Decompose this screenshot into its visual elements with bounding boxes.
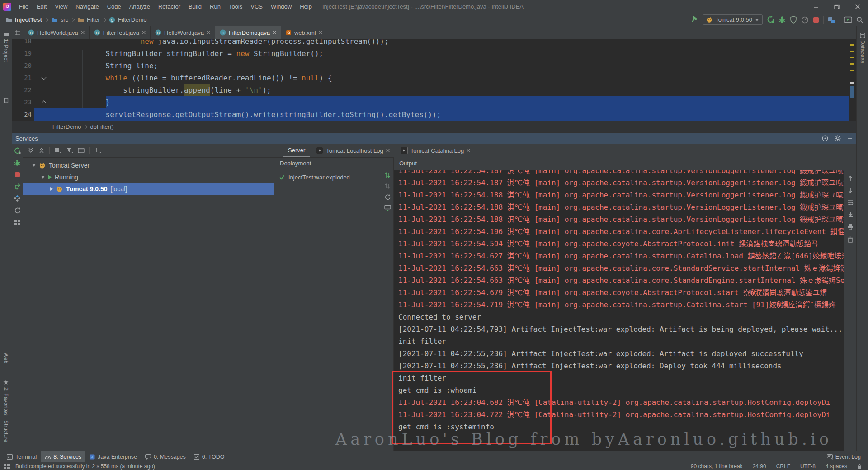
close-button[interactable] <box>847 0 868 13</box>
deploy-swap-icon[interactable] <box>384 172 391 179</box>
toolbar-button-event-log[interactable]: Event Log <box>827 454 865 460</box>
profiler-icon[interactable] <box>801 16 809 24</box>
redeploy-refresh-icon[interactable] <box>384 194 391 200</box>
run-configuration-select[interactable]: Tomcat 9.0.50 <box>703 14 763 25</box>
tab-helloword-java[interactable]: C HelloWord.java <box>151 26 215 39</box>
tab-tomcat-catalina-log[interactable]: Tomcat Catalina Log <box>396 144 475 157</box>
coverage-shield-icon[interactable] <box>790 16 797 24</box>
add-service-icon[interactable] <box>94 147 101 154</box>
menu-refactor[interactable]: Refactor <box>154 0 184 13</box>
scroll-to-end-icon[interactable] <box>848 212 854 217</box>
debug-bug-icon[interactable] <box>778 16 786 24</box>
close-icon[interactable] <box>319 31 322 34</box>
close-icon[interactable] <box>467 149 470 152</box>
toolbar-button-todo[interactable]: 6: TODO <box>190 451 229 462</box>
breadcrumb-project[interactable]: InjectTest <box>15 16 42 23</box>
close-icon[interactable] <box>142 31 146 34</box>
tab-tomcat-localhost-log[interactable]: Tomcat Localhost Log <box>311 144 394 157</box>
debug-bug-icon[interactable] <box>14 160 20 166</box>
search-everywhere-icon[interactable] <box>856 16 863 24</box>
menu-analyze[interactable]: Analyze <box>125 0 154 13</box>
project-structure-icon[interactable] <box>828 16 835 24</box>
gear-icon[interactable] <box>835 135 841 141</box>
sidebar-item-favorites[interactable]: 2: Favorites <box>0 380 12 416</box>
clear-trash-icon[interactable] <box>848 236 853 243</box>
breadcrumb-filter[interactable]: Filter <box>87 16 100 23</box>
collapse-all-icon[interactable] <box>38 147 45 154</box>
collapsed-caret-icon[interactable] <box>50 187 53 191</box>
hide-icon[interactable] <box>847 136 853 141</box>
tree-row-running[interactable]: Running <box>23 171 274 183</box>
up-arrow-icon[interactable] <box>848 175 853 181</box>
tab-list-icon[interactable] <box>12 26 24 39</box>
console[interactable]: 11-Jul-2021 16:22:54.187 淇℃伅 [main] org.… <box>394 170 844 451</box>
fold-marker-icon[interactable] <box>34 96 53 108</box>
code-line-23[interactable]: 23 } <box>12 96 849 108</box>
status-line-separator[interactable]: CRLF <box>776 463 790 470</box>
run-anything-icon[interactable] <box>844 16 852 23</box>
sidebar-item-web[interactable]: Web <box>0 352 12 363</box>
sidebar-item-database[interactable]: Database <box>857 33 868 63</box>
menu-build[interactable]: Build <box>184 0 206 13</box>
editor-scrollbar[interactable] <box>849 39 856 121</box>
tab-filterdemo-java[interactable]: C FilterDemo.java <box>215 26 281 39</box>
expanded-caret-icon[interactable] <box>41 176 45 179</box>
menu-code[interactable]: Code <box>103 0 125 13</box>
status-caret-position[interactable]: 24:90 <box>753 463 766 470</box>
code-line-21[interactable]: 21 while ((line = bufferedReader.readLin… <box>12 72 849 84</box>
maximize-button[interactable] <box>826 0 847 13</box>
status-message[interactable]: Build completed successfully in 2 s 558 … <box>15 463 155 470</box>
menu-tools[interactable]: Tools <box>225 0 246 13</box>
toolbar-button-java-enterprise[interactable]: J Java Enterprise <box>85 451 141 462</box>
group-by-icon[interactable] <box>54 147 61 154</box>
dashboard-grid-icon[interactable] <box>14 219 20 226</box>
code-line-22[interactable]: 22 stringBuilder.append(line + '\n'); <box>12 84 849 96</box>
breadcrumb-src[interactable]: src <box>61 16 68 23</box>
toolbar-button-terminal[interactable]: Terminal <box>3 451 41 462</box>
rerun-icon[interactable] <box>767 16 774 24</box>
breadcrumb-class[interactable]: FilterDemo <box>52 123 81 130</box>
menu-edit[interactable]: Edit <box>33 0 51 13</box>
menu-help[interactable]: Help <box>296 0 316 13</box>
code-editor[interactable]: 18 new java.io.InputStreamReader(process… <box>12 39 856 121</box>
code-line-20[interactable]: 20 String line; <box>12 60 849 72</box>
refresh-icon[interactable] <box>14 207 21 214</box>
menu-view[interactable]: View <box>51 0 71 13</box>
menu-vcs[interactable]: VCS <box>246 0 267 13</box>
status-indent[interactable]: 4 spaces <box>826 463 847 470</box>
deploy-icon[interactable] <box>14 183 21 190</box>
undeploy-icon[interactable] <box>384 183 391 189</box>
menu-file[interactable]: File <box>15 0 33 13</box>
close-icon[interactable] <box>207 31 210 34</box>
tab-filtertest-java[interactable]: C FilterTest.java <box>90 26 151 39</box>
toolbar-button-messages[interactable]: 0: Messages <box>141 451 190 462</box>
close-icon[interactable] <box>386 149 390 152</box>
code-line-24[interactable]: 24 servletResponse.getOutputStream().wri… <box>12 108 849 121</box>
tool-window-toggle-icon[interactable] <box>4 464 10 469</box>
sidebar-item-project[interactable]: 1: Project <box>0 32 12 62</box>
soft-wrap-icon[interactable] <box>847 200 854 205</box>
hotswap-diamond-icon[interactable] <box>14 195 20 202</box>
tab-web-xml[interactable]: web.xml <box>281 26 327 39</box>
minimize-button[interactable] <box>806 0 826 13</box>
float-mode-icon[interactable] <box>822 135 828 141</box>
tree-row-tomcat-server[interactable]: Tomcat Server <box>23 160 274 171</box>
read-only-lock-icon[interactable] <box>857 464 862 469</box>
toolbar-button-services[interactable]: 8: Services <box>41 451 85 462</box>
stop-icon[interactable] <box>813 17 819 23</box>
code-line-19[interactable]: 19 StringBuilder stringBuilder = new Str… <box>12 47 849 60</box>
sidebar-item-structure[interactable]: Structure <box>0 420 12 442</box>
breadcrumb-class[interactable]: FilterDemo <box>118 16 147 23</box>
tree-row-tomcat-9050[interactable]: Tomcat 9.0.50 [local] <box>23 183 274 195</box>
deployment-item[interactable]: InjectTest:war exploded <box>274 171 393 183</box>
filter-icon[interactable] <box>66 147 73 154</box>
fold-marker-icon[interactable] <box>34 72 53 84</box>
tab-helloworld-java[interactable]: C HelloWorld.java <box>24 26 90 39</box>
update-application-icon[interactable] <box>384 205 391 211</box>
frame-icon[interactable] <box>78 147 85 154</box>
close-icon[interactable] <box>81 31 85 34</box>
menu-navigate[interactable]: Navigate <box>71 0 103 13</box>
menu-run[interactable]: Run <box>206 0 225 13</box>
build-hammer-icon[interactable] <box>691 16 698 24</box>
print-icon[interactable] <box>847 224 854 230</box>
